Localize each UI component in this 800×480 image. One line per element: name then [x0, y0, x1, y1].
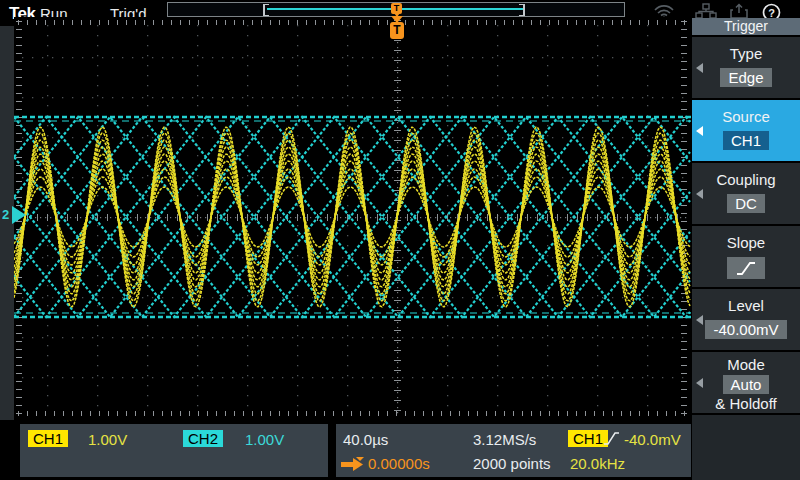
menu-item-mode[interactable]: Mode Auto & Holdoff [692, 352, 800, 413]
menu-item-value: CH1 [723, 131, 769, 150]
graticule-area [14, 17, 691, 420]
record-overview-bar: T [167, 2, 625, 17]
menu-item-value: DC [727, 194, 765, 213]
record-length: 2000 points [473, 455, 551, 472]
svg-text:?: ? [768, 7, 775, 19]
menu-item-label: Mode [692, 356, 800, 373]
window-left-bracket [263, 4, 269, 16]
chevron-left-icon [696, 63, 703, 73]
ch1-badge: CH1 [28, 430, 68, 447]
menu-item-label: Coupling [692, 171, 800, 188]
trigger-menu: Trigger Type Edge Source CH1 Coupling DC… [692, 18, 800, 480]
sample-rate: 3.12MS/s [473, 431, 536, 448]
menu-item-coupling[interactable]: Coupling DC [692, 163, 800, 224]
window-right-bracket [519, 4, 525, 16]
menu-item-value: -40.00mV [705, 320, 786, 339]
menu-item-slope[interactable]: Slope [692, 226, 800, 287]
channel-marker-number: 2 [2, 207, 9, 222]
menu-item-label: Source [692, 108, 800, 125]
horizontal-trigger-readout-panel: 40.0µs 3.12MS/s CH1 -40.0mV 0.00000s 200… [336, 424, 691, 477]
chevron-left-icon [696, 126, 703, 136]
chevron-left-icon [696, 378, 703, 388]
menu-item-source[interactable]: Source CH1 [692, 100, 800, 161]
menu-item-value: Edge [720, 68, 771, 87]
trigger-position-marker[interactable]: T [389, 16, 405, 44]
menu-item-label: Type [692, 45, 800, 62]
network-icon[interactable] [695, 3, 717, 19]
trigger-frequency: 20.0kHz [570, 455, 625, 472]
trigger-slope-icon [602, 428, 620, 452]
ch2-scale: 1.00V [245, 431, 284, 448]
menu-filler [692, 415, 800, 480]
trigger-marker-badge: T [390, 22, 404, 39]
trigger-menu-title: Trigger [692, 18, 800, 35]
ch2-badge: CH2 [183, 430, 223, 447]
menu-item-label: Level [692, 297, 800, 314]
channel-marker-arrow-icon [12, 206, 26, 224]
menu-item-extra: & Holdoff [692, 395, 800, 412]
oscilloscope-screen: Tek Run Trig'd T [0, 0, 800, 480]
menu-item-level[interactable]: Level -40.00mV [692, 289, 800, 350]
help-icon[interactable]: ? [762, 3, 784, 19]
menu-item-value: Auto [723, 375, 770, 394]
horizontal-position-icon [341, 455, 367, 475]
menu-item-type[interactable]: Type Edge [692, 37, 800, 98]
waveform-canvas [14, 17, 691, 420]
horizontal-position: 0.00000s [368, 455, 430, 472]
export-icon[interactable] [729, 3, 751, 19]
menu-item-label: Slope [692, 234, 800, 251]
rising-edge-icon [727, 257, 765, 279]
channel-readout-panel: CH1 1.00V CH2 1.00V [20, 424, 328, 477]
ch1-scale: 1.00V [88, 431, 127, 448]
chevron-left-icon [696, 315, 703, 325]
trigger-level-readout: -40.0mV [624, 431, 681, 448]
horizontal-scale: 40.0µs [343, 431, 388, 448]
chevron-left-icon [696, 189, 703, 199]
